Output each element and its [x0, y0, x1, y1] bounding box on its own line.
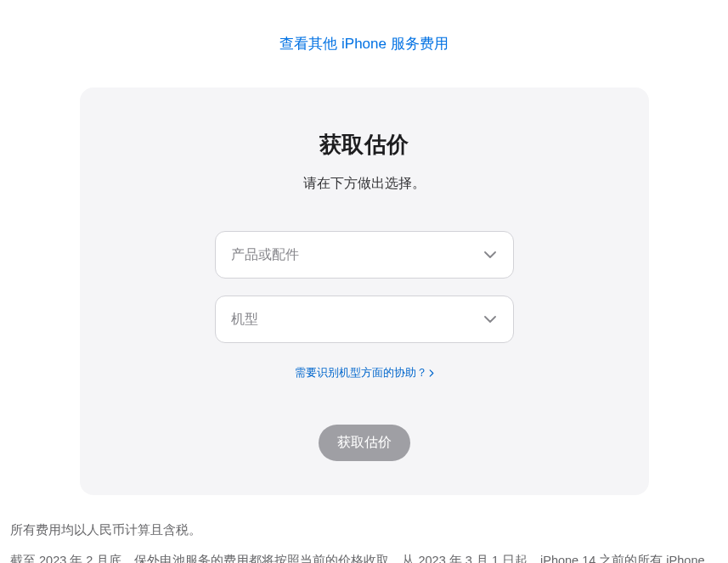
product-select[interactable]: 产品或配件 — [215, 231, 514, 279]
view-other-fees-link-text[interactable]: 查看其他 iPhone 服务费用 — [279, 36, 448, 52]
identify-model-help-link[interactable]: 需要识别机型方面的协助？ — [295, 365, 434, 380]
view-other-fees-link: 查看其他 iPhone 服务费用 — [10, 0, 718, 53]
product-select-placeholder: 产品或配件 — [231, 246, 299, 264]
model-select-placeholder: 机型 — [231, 311, 258, 329]
footer-text: 所有费用均以人民币计算且含税。 截至 2023 年 2 月底，保外电池服务的费用… — [10, 495, 718, 563]
card-title: 获取估价 — [114, 130, 615, 160]
help-link-text: 需要识别机型方面的协助？ — [295, 365, 427, 380]
chevron-down-icon — [484, 251, 496, 258]
get-estimate-button[interactable]: 获取估价 — [319, 425, 410, 461]
model-select[interactable]: 机型 — [215, 296, 514, 343]
footer-line2: 截至 2023 年 2 月底，保外电池服务的费用都将按照当前的价格收取。从 20… — [10, 549, 718, 563]
footer-line1: 所有费用均以人民币计算且含税。 — [10, 519, 718, 543]
chevron-down-icon — [484, 316, 496, 323]
estimate-card: 获取估价 请在下方做出选择。 产品或配件 机型 需要识别机型方面的协助？ 获取估… — [80, 87, 649, 495]
chevron-right-icon — [429, 369, 434, 377]
card-subtitle: 请在下方做出选择。 — [114, 175, 615, 193]
